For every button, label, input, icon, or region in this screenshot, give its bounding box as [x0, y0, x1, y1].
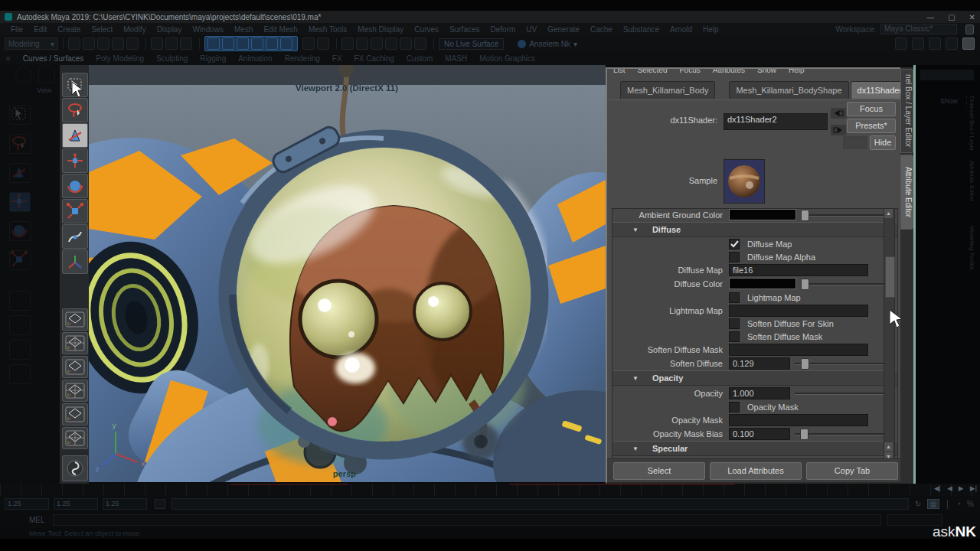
minimize-button[interactable]: — [926, 13, 934, 21]
menu-set-dropdown[interactable]: Modeling▾ [5, 37, 58, 50]
go-to-end-icon[interactable]: ▶| [970, 484, 977, 492]
rotate-tool-icon[interactable] [62, 174, 88, 198]
section-header-diffuse[interactable]: ▼Diffuse [612, 222, 897, 237]
menu-mesh[interactable]: Mesh [234, 25, 253, 34]
shelf-tab-mash[interactable]: MASH [445, 54, 467, 63]
menu-edit-mesh[interactable]: Edit Mesh [263, 25, 297, 34]
play-reverse-icon[interactable]: ◀ [947, 484, 952, 492]
step-back-icon[interactable]: ◀| [934, 484, 941, 492]
user-account-chip[interactable]: Anselem Nk▾ [518, 40, 577, 48]
menu-help[interactable]: Help [703, 25, 719, 34]
persp-outliner-graph-layout-button[interactable] [62, 427, 88, 449]
scroll-up-arrow-2[interactable]: ▲ [884, 442, 893, 452]
select-component-icon[interactable] [180, 37, 192, 50]
input-connections-icon[interactable] [341, 37, 354, 50]
shelf-tab-fx[interactable]: FX [332, 54, 342, 63]
select-object-icon[interactable] [165, 37, 178, 50]
side-tab-nel-box-layer-editor[interactable]: nel Box / Layer Editor [900, 69, 913, 153]
hide-button[interactable]: Hide [870, 135, 896, 150]
arnold-layout-button[interactable] [62, 455, 88, 481]
render-settings-icon[interactable] [414, 37, 426, 50]
section-header-specular[interactable]: ▼Specular [612, 441, 897, 456]
percent-icon[interactable]: % [967, 500, 974, 508]
move-tool-icon[interactable] [62, 148, 88, 173]
make-live-icon[interactable] [280, 37, 292, 50]
scale-tool-icon[interactable] [62, 199, 88, 223]
checkbox-opacity-mask[interactable] [729, 402, 740, 412]
construction-history-icon[interactable] [371, 37, 383, 50]
ae-menu-selected[interactable]: Selected [638, 69, 668, 74]
shelf-tab-sculpting[interactable]: Sculpting [156, 54, 188, 63]
ae-menu-focus[interactable]: Focus [679, 69, 700, 74]
menu-modify[interactable]: Modify [123, 25, 145, 34]
four-pane-layout-button[interactable] [62, 332, 88, 354]
menu-substance[interactable]: Substance [623, 25, 659, 34]
checkbox-soften-diffuse-mask[interactable] [729, 331, 740, 342]
value-field-opacity-mask-bias[interactable]: 0.100 [729, 428, 790, 440]
redo-icon[interactable] [126, 37, 139, 50]
range-field-1[interactable]: 1.25 [54, 498, 98, 510]
menu-arnold[interactable]: Arnold [670, 25, 692, 34]
lock-selection-icon[interactable] [302, 37, 315, 50]
shelf-tab-animation[interactable]: Animation [238, 54, 272, 63]
perspective-viewport[interactable]: Viewport 2.0 (DirectX 11) persp x y z [89, 65, 606, 482]
undo-icon[interactable] [112, 37, 124, 50]
lasso-tool-icon[interactable] [62, 98, 88, 122]
snap-grid-icon[interactable] [207, 37, 220, 50]
render-view-icon[interactable] [385, 37, 397, 50]
channel-box-icon[interactable] [929, 37, 941, 50]
command-line-language-label[interactable]: MEL [29, 516, 45, 524]
material-sample-swatch[interactable] [724, 159, 765, 204]
paint-selection-tool-icon[interactable] [62, 123, 88, 148]
loop-icon[interactable]: ↻ [915, 500, 921, 508]
load-attributes-button[interactable]: Load Attributes [710, 462, 802, 480]
hypershade-persp-layout-button[interactable] [62, 403, 88, 425]
shader-name-field[interactable]: dx11Shader2 [724, 113, 828, 130]
scroll-up-arrow[interactable]: ▲ [884, 209, 893, 218]
menu-mesh-display[interactable]: Mesh Display [358, 25, 403, 34]
menu-edit[interactable]: Edit [34, 25, 47, 34]
snap-curve-icon[interactable] [222, 37, 234, 50]
show-button[interactable]: Show [842, 135, 868, 150]
menu-file[interactable]: File [11, 25, 23, 34]
no-live-surface-indicator[interactable]: No Live Surface [439, 38, 504, 50]
text-field-opacity-mask[interactable] [729, 414, 868, 426]
checkbox-diffuse-map-alpha[interactable] [729, 252, 740, 262]
scrollbar-thumb[interactable] [885, 256, 895, 298]
shelf-menu-icon[interactable]: ≡ [6, 54, 11, 63]
highlight-selection-icon[interactable] [317, 37, 329, 50]
select-button[interactable]: Select [613, 462, 705, 480]
close-button[interactable]: ✕ [969, 13, 975, 21]
ae-menu-list[interactable]: List [613, 69, 626, 74]
ae-menu-show[interactable]: Show [757, 69, 776, 74]
checkbox-lightmap-map[interactable] [729, 292, 740, 303]
copy-tab-button[interactable]: Copy Tab [806, 462, 898, 480]
focus-node-icon[interactable] [831, 108, 846, 119]
color-swatch-ambient-ground-color[interactable] [729, 209, 796, 220]
value-field-soften-diffuse[interactable]: 0.129 [729, 357, 790, 370]
play-forward-icon[interactable]: ▶ [959, 484, 964, 492]
menu-curves[interactable]: Curves [414, 25, 439, 34]
menu-uv[interactable]: UV [526, 25, 537, 34]
ipr-render-icon[interactable] [400, 37, 412, 50]
snap-projected-center-icon[interactable] [251, 37, 263, 50]
command-line-input[interactable] [53, 514, 881, 526]
soft-modification-tool-icon[interactable] [62, 224, 88, 249]
save-scene-icon[interactable] [97, 37, 109, 50]
slider-opacity[interactable] [795, 388, 893, 398]
menu-windows[interactable]: Windows [192, 25, 224, 34]
slider-diffuse-color[interactable] [801, 279, 893, 289]
presets-button[interactable]: Presets* [847, 119, 896, 133]
text-field-diffuse-map[interactable]: file16 [729, 264, 868, 276]
ae-tab-mesh_killamari_body[interactable]: Mesh_Killamari_Body [620, 81, 715, 99]
new-scene-icon[interactable] [68, 37, 80, 50]
shelf-tab-curves-surfaces[interactable]: Curves / Surfaces [23, 54, 83, 63]
checkbox-diffuse-map[interactable] [729, 239, 740, 249]
range-field-0[interactable]: 1.25 [5, 498, 49, 510]
outliner-persp-layout-button[interactable] [62, 356, 88, 378]
menu-surfaces[interactable]: Surfaces [449, 25, 479, 34]
range-slider-track[interactable] [172, 498, 909, 510]
select-tool-icon[interactable] [62, 73, 88, 97]
ae-tab-mesh_killamari_bodyshape[interactable]: Mesh_Killamari_BodyShape [729, 81, 848, 99]
maximize-button[interactable]: ▢ [948, 13, 955, 21]
